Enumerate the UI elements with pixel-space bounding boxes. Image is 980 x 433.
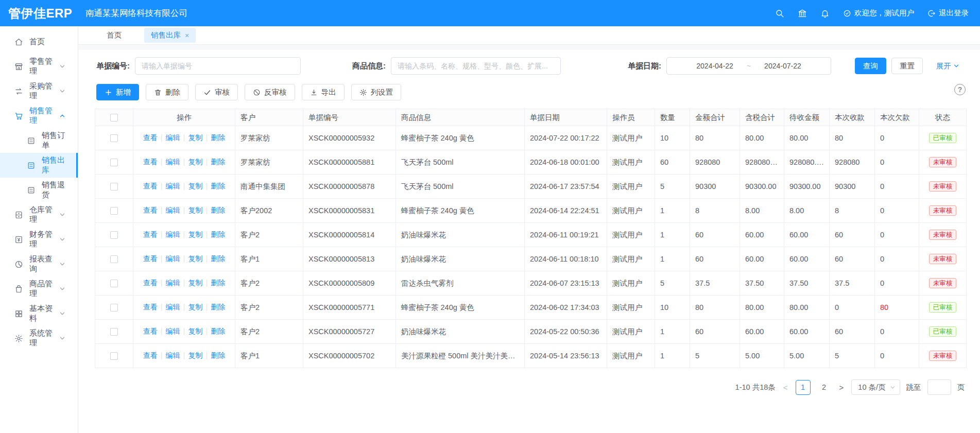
document-icon — [27, 161, 36, 170]
sidebar-item-sales-order[interactable]: 销售订单 — [0, 128, 78, 153]
row-checkbox[interactable] — [110, 328, 118, 336]
delete-link[interactable]: 删除 — [211, 254, 225, 263]
delete-link[interactable]: 删除 — [211, 182, 225, 190]
edit-link[interactable]: 编辑 — [166, 327, 180, 335]
sidebar-item-sales[interactable]: 销售管理 — [0, 103, 78, 128]
edit-link[interactable]: 编辑 — [166, 158, 180, 166]
tab-sales-outbound[interactable]: 销售出库 × — [144, 28, 196, 43]
sidebar-item-home[interactable]: 首页 — [0, 29, 78, 54]
search-icon[interactable] — [775, 9, 784, 18]
order-no-input[interactable] — [135, 57, 301, 75]
row-checkbox[interactable] — [110, 183, 118, 190]
date-range-picker[interactable]: 2024-04-22 ~ 2024-07-22 — [666, 57, 831, 75]
row-checkbox[interactable] — [110, 159, 118, 166]
col-product: 商品信息 — [396, 109, 525, 126]
copy-link[interactable]: 复制 — [188, 279, 202, 287]
row-checkbox[interactable] — [110, 255, 118, 263]
edit-link[interactable]: 编辑 — [166, 133, 180, 142]
edit-link[interactable]: 编辑 — [166, 279, 180, 287]
help-icon[interactable]: ? — [954, 84, 966, 95]
view-link[interactable]: 查看 — [143, 351, 158, 359]
sidebar-item-purchase[interactable]: 采购管理 — [0, 79, 78, 103]
export-button[interactable]: 导出 — [302, 84, 345, 100]
sidebar-item-sales-outbound[interactable]: 销售出库 — [0, 153, 78, 178]
copy-link[interactable]: 复制 — [188, 158, 202, 166]
view-link[interactable]: 查看 — [143, 182, 158, 190]
row-checkbox[interactable] — [110, 134, 118, 142]
sidebar-item-retail[interactable]: 零售管理 — [0, 54, 78, 79]
user-welcome[interactable]: 欢迎您，测试用户 — [843, 8, 914, 18]
copy-link[interactable]: 复制 — [188, 303, 202, 311]
sidebar-item-label: 首页 — [29, 37, 45, 47]
search-button[interactable]: 查询 — [855, 58, 886, 74]
sidebar-item-system[interactable]: 系统管理 — [0, 326, 78, 351]
select-all-checkbox[interactable] — [110, 114, 118, 122]
cell-tax-total: 37.50 — [740, 271, 784, 296]
sidebar-item-finance[interactable]: 财务管理 — [0, 227, 78, 252]
view-link[interactable]: 查看 — [143, 158, 158, 166]
delete-link[interactable]: 删除 — [211, 230, 225, 238]
sidebar-item-sales-return[interactable]: 销售退货 — [0, 178, 78, 202]
delete-button[interactable]: 删除 — [146, 84, 188, 100]
sidebar-item-goods[interactable]: 商品管理 — [0, 276, 78, 301]
unaudit-label: 反审核 — [264, 88, 287, 97]
delete-link[interactable]: 删除 — [211, 133, 225, 142]
view-link[interactable]: 查看 — [143, 254, 158, 263]
delete-link[interactable]: 删除 — [211, 206, 225, 214]
close-icon[interactable]: × — [185, 31, 189, 40]
next-page-button[interactable]: > — [838, 383, 846, 392]
copy-link[interactable]: 复制 — [188, 133, 202, 142]
view-link[interactable]: 查看 — [143, 206, 158, 214]
notification-bell-icon[interactable] — [820, 9, 830, 18]
cell-owed: 0 — [875, 223, 919, 247]
copy-link[interactable]: 复制 — [188, 206, 202, 214]
delete-link[interactable]: 删除 — [211, 279, 225, 287]
delete-link[interactable]: 删除 — [211, 303, 225, 311]
row-checkbox[interactable] — [110, 231, 118, 239]
view-link[interactable]: 查看 — [143, 303, 158, 311]
delete-link[interactable]: 删除 — [211, 327, 225, 335]
date-from[interactable]: 2024-04-22 — [696, 62, 733, 70]
edit-link[interactable]: 编辑 — [166, 230, 180, 238]
view-link[interactable]: 查看 — [143, 327, 158, 335]
delete-link[interactable]: 删除 — [211, 158, 225, 166]
jump-page-input[interactable] — [927, 379, 951, 395]
prev-page-button[interactable]: < — [782, 383, 789, 392]
page-1-button[interactable]: 1 — [796, 380, 811, 395]
reset-button[interactable]: 重置 — [891, 58, 923, 74]
row-checkbox[interactable] — [110, 207, 118, 215]
edit-link[interactable]: 编辑 — [166, 206, 180, 214]
view-link[interactable]: 查看 — [143, 133, 158, 142]
column-settings-button[interactable]: 列设置 — [351, 84, 402, 100]
delete-link[interactable]: 删除 — [211, 351, 225, 359]
row-checkbox[interactable] — [110, 352, 118, 360]
edit-link[interactable]: 编辑 — [166, 303, 180, 311]
copy-link[interactable]: 复制 — [188, 351, 202, 359]
view-link[interactable]: 查看 — [143, 279, 158, 287]
audit-button[interactable]: 审核 — [195, 84, 238, 100]
edit-link[interactable]: 编辑 — [166, 254, 180, 263]
chevron-down-icon — [890, 385, 896, 390]
sidebar-item-basic-data[interactable]: 基本资料 — [0, 301, 78, 326]
product-info-input[interactable] — [391, 57, 561, 75]
add-button[interactable]: 新增 — [96, 84, 139, 100]
copy-link[interactable]: 复制 — [188, 230, 202, 238]
logout-button[interactable]: 退出登录 — [927, 8, 969, 18]
sidebar-item-reports[interactable]: 报表查询 — [0, 252, 78, 276]
edit-link[interactable]: 编辑 — [166, 182, 180, 190]
copy-link[interactable]: 复制 — [188, 182, 202, 190]
row-checkbox[interactable] — [110, 280, 118, 287]
view-link[interactable]: 查看 — [143, 230, 158, 238]
date-to[interactable]: 2024-07-22 — [764, 62, 801, 70]
page-size-select[interactable]: 10 条/页 — [851, 379, 900, 395]
unaudit-button[interactable]: 反审核 — [245, 84, 295, 100]
sidebar-item-warehouse[interactable]: 仓库管理 — [0, 202, 78, 227]
tab-home[interactable]: 首页 — [101, 28, 127, 43]
copy-link[interactable]: 复制 — [188, 254, 202, 263]
edit-link[interactable]: 编辑 — [166, 351, 180, 359]
row-checkbox[interactable] — [110, 304, 118, 311]
expand-link[interactable]: 展开 — [936, 61, 959, 71]
organization-icon[interactable] — [798, 9, 807, 18]
copy-link[interactable]: 复制 — [188, 327, 202, 335]
page-2-button[interactable]: 2 — [817, 380, 832, 395]
